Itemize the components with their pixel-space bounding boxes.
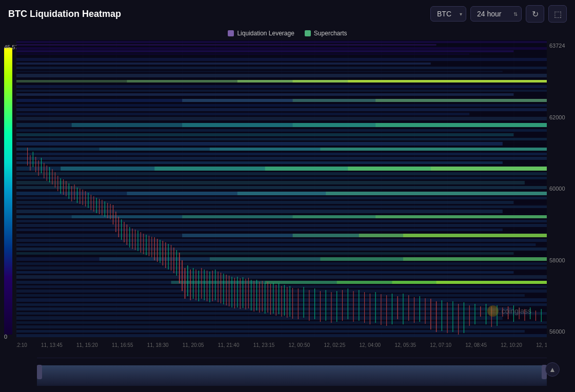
page-header: BTC Liquidation Heatmap BTC ETH ▾ 24 hou…: [0, 0, 575, 28]
svg-rect-87: [16, 262, 547, 265]
x-axis-label: 12, 05:35: [394, 342, 416, 348]
svg-rect-20: [16, 85, 547, 88]
watermark: coinglass: [487, 305, 531, 317]
refresh-icon: ↻: [532, 9, 539, 19]
svg-rect-80: [16, 247, 547, 251]
chart-legend: Liquidation Leverage Supercharts: [0, 28, 575, 40]
legend-label-supercharts: Supercharts: [314, 30, 347, 37]
x-axis-label: 11, 18:30: [147, 342, 169, 348]
svg-rect-36: [16, 129, 547, 132]
svg-rect-78: [16, 239, 547, 242]
svg-rect-11: [16, 63, 431, 65]
x-axis-label: 12, 10:20: [501, 342, 522, 348]
price-label-58000: 58000: [549, 257, 575, 263]
svg-rect-81: [16, 252, 513, 255]
svg-rect-45: [16, 157, 547, 160]
legend-item-liquidation: Liquidation Leverage: [228, 30, 294, 37]
svg-rect-72: [16, 229, 503, 231]
svg-rect-56: [16, 186, 547, 189]
x-axis-label: 11, 20:05: [183, 342, 204, 348]
scroll-up-icon: ▲: [549, 365, 556, 374]
price-label-62000: 62000: [549, 114, 575, 120]
svg-rect-21: [16, 90, 547, 92]
svg-rect-13: [16, 71, 503, 72]
x-axis-label: 11, 23:15: [253, 342, 275, 348]
svg-rect-39: [16, 142, 503, 146]
svg-rect-69: [375, 215, 547, 218]
x-axis-label: 12, 00:50: [289, 342, 310, 348]
x-axis-label: 12, 11:55: [536, 342, 547, 348]
svg-rect-105: [16, 321, 547, 324]
svg-rect-27: [16, 104, 547, 107]
chart-area: 45.57M 0: [0, 40, 575, 358]
x-axis-label: 11, 21:40: [218, 342, 240, 348]
x-axis-label: 12, 08:45: [465, 342, 487, 348]
svg-rect-30: [16, 117, 547, 120]
svg-rect-29: [16, 113, 469, 115]
svg-rect-35: [375, 123, 547, 127]
svg-rect-46: [16, 161, 503, 164]
svg-rect-64: [16, 210, 503, 213]
legend-dot-liquidation: [228, 30, 234, 36]
time-selector-wrapper: 24 hour 12 hour 1 hour ⇅: [470, 6, 522, 22]
svg-rect-104: [16, 316, 503, 320]
svg-rect-86: [403, 257, 547, 261]
svg-rect-19: [348, 80, 547, 82]
x-axis-label: 11, 12:10: [16, 342, 27, 348]
svg-rect-14: [16, 74, 547, 77]
heatmap-canvas: coinglass: [16, 40, 547, 337]
price-label-63724: 63724: [549, 43, 575, 49]
svg-rect-6: [16, 44, 437, 46]
svg-rect-90: [16, 275, 547, 279]
controls-bar: BTC ETH ▾ 24 hour 12 hour 1 hour ⇅ ↻ ⬚: [430, 5, 567, 23]
price-label-60000: 60000: [549, 185, 575, 192]
price-label-56000: 56000: [549, 328, 575, 335]
asset-select[interactable]: BTC ETH: [430, 6, 466, 22]
svg-rect-26: [375, 99, 547, 102]
svg-rect-53: [16, 172, 547, 175]
x-axis-label: 12, 04:00: [359, 342, 381, 348]
scale-bottom-label: 0: [4, 334, 7, 340]
svg-rect-8: [16, 50, 513, 52]
x-axis-label: 11, 16:55: [112, 342, 133, 348]
time-select[interactable]: 24 hour 12 hour 1 hour: [470, 6, 522, 22]
svg-rect-77: [403, 234, 547, 237]
svg-rect-55: [16, 181, 525, 184]
svg-rect-70: [16, 220, 547, 222]
x-axis: 11, 12:1011, 13:4511, 15:2011, 16:5511, …: [16, 337, 547, 353]
watermark-text: coinglass: [502, 307, 531, 315]
svg-rect-96: [437, 281, 547, 284]
screenshot-button[interactable]: ⬚: [548, 5, 567, 23]
svg-rect-28: [16, 108, 547, 111]
svg-rect-79: [16, 243, 536, 246]
mini-chart: [37, 358, 547, 386]
svg-rect-7: [16, 47, 547, 50]
asset-selector-wrapper: BTC ETH ▾: [430, 6, 466, 22]
refresh-button[interactable]: ↻: [526, 5, 544, 23]
x-axis-label: 11, 15:20: [76, 342, 98, 348]
legend-item-supercharts: Supercharts: [305, 30, 347, 37]
svg-rect-61: [16, 197, 547, 199]
x-axis-label: 12, 07:10: [430, 342, 451, 348]
svg-rect-71: [16, 224, 547, 227]
price-axis: 63724 62000 60000 58000 56000: [549, 40, 575, 337]
svg-rect-10: [16, 58, 547, 61]
camera-icon: ⬚: [554, 9, 562, 19]
mini-chart-fill: [37, 365, 547, 386]
svg-rect-37: [16, 133, 513, 136]
svg-rect-106: [16, 325, 547, 328]
svg-rect-54: [16, 177, 547, 179]
watermark-icon: [487, 305, 499, 317]
svg-rect-5: [16, 41, 547, 43]
legend-label-liquidation: Liquidation Leverage: [237, 30, 294, 37]
svg-rect-89: [16, 271, 513, 274]
svg-rect-22: [16, 93, 513, 96]
svg-rect-107: [16, 330, 525, 333]
svg-rect-63: [16, 205, 547, 208]
scroll-up-button[interactable]: ▲: [545, 362, 560, 377]
svg-rect-88: [16, 266, 547, 270]
heatmap-svg: [16, 40, 547, 337]
scroll-handle-left[interactable]: [37, 365, 42, 379]
svg-rect-38: [16, 138, 547, 140]
svg-rect-44: [16, 153, 547, 155]
